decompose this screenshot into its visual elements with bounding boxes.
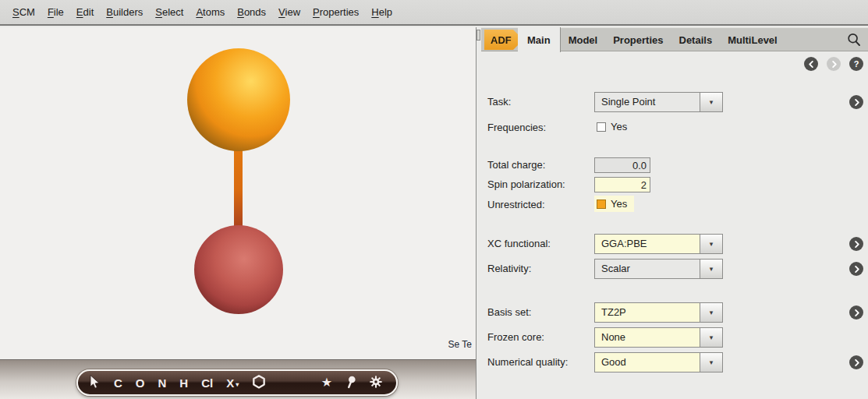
numerical-quality-dropdown[interactable]: Good▾ xyxy=(594,352,723,373)
numerical-quality-detail-button[interactable] xyxy=(849,355,863,369)
basis-set-dropdown[interactable]: TZ2P▾ xyxy=(594,302,723,323)
gear-icon xyxy=(370,376,382,390)
menu-bonds[interactable]: Bonds xyxy=(231,3,272,21)
form-row-frozen-core: Frozen core:None▾ xyxy=(481,327,868,348)
atom-te[interactable] xyxy=(187,48,290,151)
chevron-right-icon xyxy=(853,309,860,316)
menu-help[interactable]: Help xyxy=(365,3,399,21)
form-row-xc-functional: XC functional:GGA:PBE▾ xyxy=(481,234,868,254)
element-symbol-label: Cl xyxy=(201,377,213,389)
dropdown-arrow-icon[interactable]: ▾ xyxy=(700,235,722,253)
form-row-relativity: Relativity:Scalar▾ xyxy=(481,259,868,279)
relativity-dropdown[interactable]: Scalar▾ xyxy=(594,259,723,279)
menu-atoms[interactable]: Atoms xyxy=(190,3,231,21)
total-charge-label: Total charge: xyxy=(487,155,545,175)
relativity-detail-button[interactable] xyxy=(849,262,863,276)
frequencies-checkbox[interactable] xyxy=(597,122,606,132)
spin-polarization-input[interactable] xyxy=(594,177,650,192)
select-cursor-button[interactable] xyxy=(89,375,101,390)
element-symbol-label: N xyxy=(158,377,167,389)
form-row-task: Task:Single Point▾ xyxy=(481,92,868,112)
element-symbol-label: X xyxy=(226,377,234,389)
frozen-core-dropdown[interactable]: None▾ xyxy=(594,327,723,348)
menu-select[interactable]: Select xyxy=(149,3,190,21)
dropdown-arrow-icon[interactable]: ▾ xyxy=(700,328,722,347)
settings-panel: ADF MainModelPropertiesDetailsMultiLevel… xyxy=(481,27,868,399)
chevron-right-icon xyxy=(853,359,860,366)
menu-edit[interactable]: Edit xyxy=(70,3,100,21)
settings-tool-button[interactable] xyxy=(370,376,382,390)
main-settings-form: Task:Single Point▾Frequencies:YesTotal c… xyxy=(481,27,868,399)
element-symbol-label: C xyxy=(114,377,122,389)
menu-properties[interactable]: Properties xyxy=(306,3,365,21)
basis-set-detail-button[interactable] xyxy=(849,305,863,320)
atom-se[interactable] xyxy=(194,225,283,314)
menu-view[interactable]: View xyxy=(272,3,306,21)
basis-set-label: Basis set: xyxy=(487,302,531,323)
ring-icon xyxy=(252,375,266,390)
structures-tool-button[interactable]: ★ xyxy=(321,376,332,389)
unrestricted-checkbox[interactable] xyxy=(597,200,606,209)
menu-file[interactable]: File xyxy=(41,3,70,21)
dropdown-caret-icon: ▾ xyxy=(236,382,239,388)
frequencies-option: Yes xyxy=(594,118,634,135)
element-symbol-label: O xyxy=(136,377,145,389)
element-chlorine-button[interactable]: Cl xyxy=(201,377,213,389)
unrestricted-label: Unrestricted: xyxy=(487,195,545,215)
frozen-core-value: None xyxy=(595,328,700,347)
molecule-viewer[interactable]: Se Te CONHClX▾★ xyxy=(0,27,476,399)
dropdown-arrow-icon[interactable]: ▾ xyxy=(700,93,722,111)
xc-functional-value: GGA:PBE xyxy=(595,235,700,253)
form-row-unrestricted: Unrestricted:Yes xyxy=(481,195,868,215)
star-icon: ★ xyxy=(321,376,332,389)
element-symbol-label: H xyxy=(179,377,188,389)
task-label: Task: xyxy=(487,92,511,112)
menu-scm[interactable]: SCM xyxy=(6,3,41,21)
spin-polarization-label: Spin polarization: xyxy=(487,175,565,195)
form-row-numerical-quality: Numerical quality:Good▾ xyxy=(481,352,868,373)
chevron-right-icon xyxy=(853,99,860,106)
frequencies-label: Frequencies: xyxy=(487,118,546,138)
search-tool-button[interactable] xyxy=(345,376,356,390)
splitter-handle[interactable] xyxy=(477,30,480,41)
dropdown-arrow-icon[interactable]: ▾ xyxy=(700,353,722,372)
chevron-right-icon xyxy=(853,241,860,248)
xc-functional-dropdown[interactable]: GGA:PBE▾ xyxy=(594,234,723,254)
form-row-spin-polarization: Spin polarization: xyxy=(481,175,868,195)
cursor-icon xyxy=(89,375,101,390)
splitter[interactable] xyxy=(476,27,481,399)
menubar: SCMFileEditBuildersSelectAtomsBondsViewP… xyxy=(0,0,868,26)
formula-label: Se Te xyxy=(448,339,472,350)
task-dropdown[interactable]: Single Point▾ xyxy=(594,92,723,112)
numerical-quality-value: Good xyxy=(595,353,700,372)
basis-set-value: TZ2P xyxy=(595,303,700,322)
menu-builders[interactable]: Builders xyxy=(100,3,149,21)
relativity-label: Relativity: xyxy=(487,259,531,279)
xc-functional-label: XC functional: xyxy=(487,234,551,254)
ring-tool-button[interactable] xyxy=(252,375,266,390)
element-nitrogen-button[interactable]: N xyxy=(158,377,167,389)
numerical-quality-label: Numerical quality: xyxy=(487,352,568,373)
frequencies-option-label: Yes xyxy=(611,121,627,132)
relativity-value: Scalar xyxy=(595,260,700,278)
task-value: Single Point xyxy=(595,93,700,111)
unrestricted-option: Yes xyxy=(594,196,634,212)
element-oxygen-button[interactable]: O xyxy=(136,377,145,389)
pin-icon xyxy=(345,376,356,390)
form-row-frequencies: Frequencies:Yes xyxy=(481,118,868,138)
element-hydrogen-button[interactable]: H xyxy=(179,377,188,389)
form-row-basis-set: Basis set:TZ2P▾ xyxy=(481,302,868,323)
xc-functional-detail-button[interactable] xyxy=(849,237,863,251)
element-carbon-button[interactable]: C xyxy=(114,377,122,389)
element-toolbar: CONHClX▾★ xyxy=(76,369,398,396)
element-other-button[interactable]: X▾ xyxy=(226,377,239,389)
task-detail-button[interactable] xyxy=(849,95,863,109)
dropdown-arrow-icon[interactable]: ▾ xyxy=(700,303,722,322)
dropdown-arrow-icon[interactable]: ▾ xyxy=(700,260,722,278)
viewer-bottom-strip: CONHClX▾★ xyxy=(0,359,476,399)
frozen-core-label: Frozen core: xyxy=(487,327,544,348)
form-row-total-charge: Total charge: xyxy=(481,155,868,175)
unrestricted-option-label: Yes xyxy=(611,198,627,210)
total-charge-input[interactable] xyxy=(594,157,650,173)
chevron-right-icon xyxy=(853,266,860,273)
